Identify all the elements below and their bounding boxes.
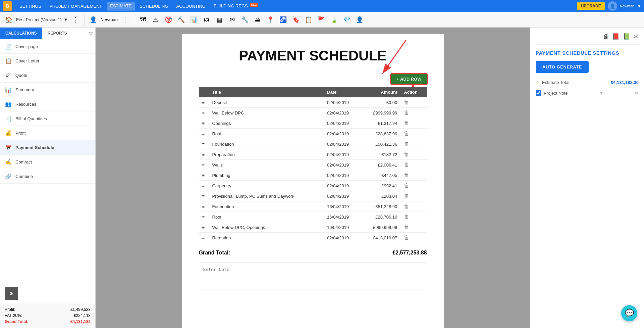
- payment-table: Title Date Amount Action ≡ Deposit 02/04…: [199, 87, 427, 243]
- sidebar-item-contract[interactable]: ✍ Contract: [0, 155, 95, 169]
- flag-icon[interactable]: 🚩: [316, 14, 327, 25]
- sidebar-item-quote[interactable]: 🖊 Quote: [0, 68, 95, 83]
- drag-handle[interactable]: ≡: [199, 97, 209, 108]
- warning-icon[interactable]: ⚠: [150, 14, 161, 25]
- row-delete[interactable]: 🗑: [400, 222, 427, 233]
- sidebar-item-bill-of-quantities[interactable]: 📑 Bill of Quantities: [0, 111, 95, 126]
- mail-icon[interactable]: ✉: [227, 14, 237, 25]
- pin-icon[interactable]: 📍: [265, 14, 276, 25]
- nav-project-management[interactable]: PROJECT MANAGEMENT: [46, 2, 105, 10]
- grid-icon[interactable]: ▦: [214, 14, 225, 25]
- project-note-dropdown-icon[interactable]: ▼: [599, 91, 603, 96]
- settings-gear-button[interactable]: ⚙: [5, 287, 18, 300]
- sidebar-item-combine[interactable]: 🔗 Combine: [0, 169, 95, 184]
- drag-handle[interactable]: ≡: [199, 191, 209, 201]
- note-textarea[interactable]: [199, 263, 427, 289]
- bookmark-icon[interactable]: 🔖: [290, 14, 301, 25]
- drag-handle[interactable]: ≡: [199, 233, 209, 243]
- sidebar-item-profit[interactable]: 💰 Profit: [0, 126, 95, 140]
- row-date: 02/04/2019: [324, 108, 361, 118]
- print-icon[interactable]: 🖨: [603, 33, 609, 40]
- project-note-edit-icon[interactable]: ✏: [635, 91, 639, 96]
- row-date: 02/04/2019: [324, 170, 361, 181]
- drag-handle[interactable]: ≡: [199, 118, 209, 129]
- row-delete[interactable]: 🗑: [400, 139, 427, 149]
- drag-handle[interactable]: ≡: [199, 201, 209, 212]
- row-delete[interactable]: 🗑: [400, 97, 427, 108]
- drag-handle[interactable]: ≡: [199, 160, 209, 170]
- table-row: ≡ Roof 02/04/2019 £28,637.90 🗑: [199, 129, 427, 139]
- more-options-icon[interactable]: ⋮: [70, 14, 81, 25]
- drag-handle[interactable]: ≡: [199, 181, 209, 191]
- row-delete[interactable]: 🗑: [400, 201, 427, 212]
- auto-generate-button[interactable]: AUTO GENERATE: [536, 61, 589, 73]
- mountain-icon[interactable]: ⛰: [252, 14, 263, 25]
- grand-total-value: £4,131,182: [70, 319, 91, 324]
- user-more-icon[interactable]: ⋮: [120, 14, 130, 25]
- copy-icon[interactable]: 📋: [303, 14, 314, 25]
- contract-icon: ✍: [5, 158, 12, 166]
- hammer-icon[interactable]: 🔨: [176, 14, 186, 25]
- grand-total-label: Grand Total:: [5, 319, 28, 324]
- sidebar-items: 📄 Cover page 📋 Cover Letter 🖊 Quote 📊 Su…: [0, 39, 95, 284]
- nav-scheduling[interactable]: SCHEDULING: [136, 2, 171, 10]
- nav-settings[interactable]: SETTINGS: [16, 2, 45, 10]
- tap-icon[interactable]: 🚰: [278, 14, 288, 25]
- drag-handle[interactable]: ≡: [199, 212, 209, 222]
- row-delete[interactable]: 🗑: [400, 108, 427, 118]
- row-delete[interactable]: 🗑: [400, 233, 427, 243]
- user-dropdown-icon[interactable]: ▼: [637, 4, 641, 9]
- row-delete[interactable]: 🗑: [400, 149, 427, 160]
- sidebar-item-cover-page[interactable]: 📄 Cover page: [0, 39, 95, 54]
- table-row: ≡ Openings 02/04/2019 £1,317.94 🗑: [199, 118, 427, 129]
- drag-handle[interactable]: ≡: [199, 129, 209, 139]
- drag-handle[interactable]: ≡: [199, 170, 209, 181]
- chat-bubble-button[interactable]: 💬: [621, 305, 637, 321]
- drag-handle[interactable]: ≡: [199, 108, 209, 118]
- wrench-icon[interactable]: 🔧: [239, 14, 250, 25]
- target-icon[interactable]: 🎯: [163, 14, 174, 25]
- profit-label: Profit: [15, 131, 25, 136]
- person-icon[interactable]: 👤: [354, 14, 365, 25]
- map-icon[interactable]: 🗺: [138, 14, 148, 25]
- sidebar-item-resources[interactable]: 👥 Resources: [0, 97, 95, 111]
- project-selector[interactable]: First Project (Version 1) ▼: [16, 17, 68, 22]
- row-delete[interactable]: 🗑: [400, 191, 427, 201]
- row-delete[interactable]: 🗑: [400, 160, 427, 170]
- pdf-icon[interactable]: 📕: [612, 33, 620, 40]
- row-title: Openings: [209, 118, 324, 129]
- row-delete[interactable]: 🗑: [400, 212, 427, 222]
- row-amount: £50,421.36: [361, 139, 400, 149]
- estimate-warning-icon: ⚠: [536, 80, 540, 85]
- drag-handle[interactable]: ≡: [199, 149, 209, 160]
- estimate-total-label: Estimate Total:: [542, 80, 571, 85]
- nav-estimate[interactable]: ESTIMATE: [107, 2, 135, 10]
- tab-calculations[interactable]: CALCULATIONS: [0, 28, 42, 39]
- add-row-button[interactable]: + ADD ROW: [391, 74, 427, 84]
- sidebar-item-cover-letter[interactable]: 📋 Cover Letter: [0, 54, 95, 68]
- row-delete[interactable]: 🗑: [400, 118, 427, 129]
- drag-handle[interactable]: ≡: [199, 222, 209, 233]
- leaf-icon[interactable]: 🍃: [329, 14, 339, 25]
- nav-building-regs[interactable]: BUILDING REGS NEW: [210, 2, 262, 10]
- row-date: 02/04/2019: [324, 139, 361, 149]
- email-icon[interactable]: ✉: [634, 33, 639, 40]
- project-note-checkbox[interactable]: [536, 90, 541, 96]
- row-delete[interactable]: 🗑: [400, 181, 427, 191]
- tab-reports[interactable]: REPORTS: [42, 28, 72, 39]
- nav-accounting[interactable]: ACCOUNTING: [173, 2, 209, 10]
- chart-icon[interactable]: 📊: [189, 14, 199, 25]
- sidebar-item-payment-schedule[interactable]: 📅 Payment Schedule: [0, 140, 95, 155]
- estimate-label: ⚠ Estimate Total:: [536, 80, 571, 85]
- filter-icon[interactable]: ▽: [87, 28, 95, 39]
- drag-handle[interactable]: ≡: [199, 139, 209, 149]
- gem-icon[interactable]: 💎: [341, 14, 352, 25]
- excel-icon[interactable]: 📗: [623, 33, 630, 40]
- sidebar-item-summary[interactable]: 📊 Summary: [0, 83, 95, 97]
- project-note-row: Project Note ▼ ✏: [536, 90, 639, 96]
- row-delete[interactable]: 🗑: [400, 170, 427, 181]
- layers-icon[interactable]: 🗂: [201, 14, 212, 25]
- row-amount: £999,999.99: [361, 222, 400, 233]
- row-delete[interactable]: 🗑: [400, 129, 427, 139]
- upgrade-button[interactable]: UPGRADE: [577, 2, 605, 10]
